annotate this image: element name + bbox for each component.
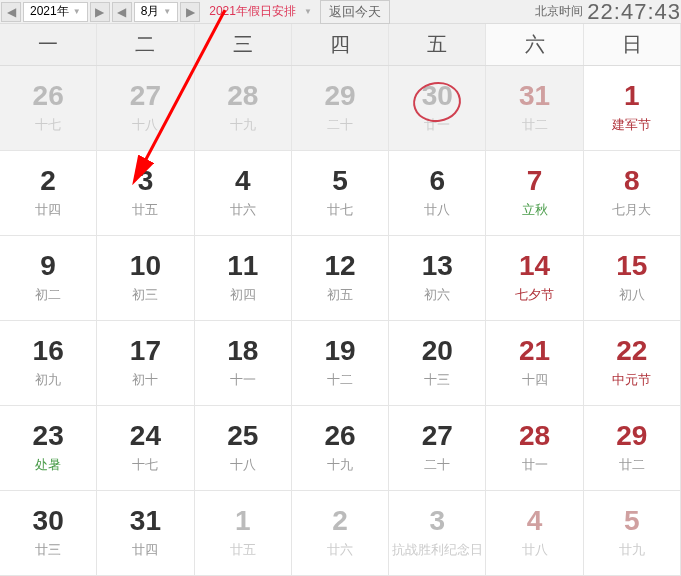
lunar-label: 二十 bbox=[327, 116, 353, 134]
dow-tue: 二 bbox=[97, 24, 194, 65]
calendar-cell[interactable]: 7立秋 bbox=[486, 151, 583, 235]
holiday-schedule-link[interactable]: 2021年假日安排 bbox=[201, 3, 304, 20]
calendar-cell[interactable]: 29二十 bbox=[292, 66, 389, 150]
dow-mon: 一 bbox=[0, 24, 97, 65]
calendar-cell[interactable]: 23处暑 bbox=[0, 406, 97, 490]
calendar-cell[interactable]: 30廿一 bbox=[389, 66, 486, 150]
lunar-label: 初九 bbox=[35, 371, 61, 389]
calendar-grid: 26十七27十八28十九29二十30廿一31廿二1建军节2廿四3廿五4廿六5廿七… bbox=[0, 66, 681, 576]
calendar-cell[interactable]: 18十一 bbox=[195, 321, 292, 405]
prev-month-button[interactable]: ◀ bbox=[112, 2, 132, 22]
day-number: 13 bbox=[422, 252, 453, 280]
day-number: 30 bbox=[33, 507, 64, 535]
day-number: 23 bbox=[33, 422, 64, 450]
lunar-label: 中元节 bbox=[612, 371, 651, 389]
lunar-label: 立秋 bbox=[522, 201, 548, 219]
lunar-label: 初三 bbox=[132, 286, 158, 304]
calendar-cell[interactable]: 9初二 bbox=[0, 236, 97, 320]
day-number: 9 bbox=[40, 252, 56, 280]
calendar-cell[interactable]: 26十九 bbox=[292, 406, 389, 490]
calendar-cell[interactable]: 26十七 bbox=[0, 66, 97, 150]
day-number: 10 bbox=[130, 252, 161, 280]
chevron-down-icon: ▼ bbox=[163, 7, 171, 16]
calendar-cell[interactable]: 8七月大 bbox=[584, 151, 681, 235]
day-number: 22 bbox=[616, 337, 647, 365]
back-to-today-button[interactable]: 返回今天 bbox=[320, 0, 390, 24]
next-month-button[interactable]: ▶ bbox=[180, 2, 200, 22]
day-number: 31 bbox=[130, 507, 161, 535]
calendar-cell[interactable]: 31廿四 bbox=[97, 491, 194, 575]
lunar-label: 廿二 bbox=[522, 116, 548, 134]
day-number: 7 bbox=[527, 167, 543, 195]
calendar-cell[interactable]: 3廿五 bbox=[97, 151, 194, 235]
year-selector[interactable]: 2021年 ▼ bbox=[23, 2, 88, 22]
lunar-label: 廿四 bbox=[132, 541, 158, 559]
calendar-row: 9初二10初三11初四12初五13初六14七夕节15初八 bbox=[0, 236, 681, 321]
calendar-cell[interactable]: 13初六 bbox=[389, 236, 486, 320]
lunar-label: 廿七 bbox=[327, 201, 353, 219]
calendar-cell[interactable]: 14七夕节 bbox=[486, 236, 583, 320]
calendar-cell[interactable]: 2廿六 bbox=[292, 491, 389, 575]
day-number: 27 bbox=[130, 82, 161, 110]
calendar-cell[interactable]: 31廿二 bbox=[486, 66, 583, 150]
calendar-cell[interactable]: 28廿一 bbox=[486, 406, 583, 490]
calendar-cell[interactable]: 25十八 bbox=[195, 406, 292, 490]
day-number: 29 bbox=[324, 82, 355, 110]
calendar-cell[interactable]: 3抗战胜利纪念日 bbox=[389, 491, 486, 575]
calendar-row: 26十七27十八28十九29二十30廿一31廿二1建军节 bbox=[0, 66, 681, 151]
lunar-label: 十七 bbox=[132, 456, 158, 474]
lunar-label: 七月大 bbox=[612, 201, 651, 219]
calendar-cell[interactable]: 6廿八 bbox=[389, 151, 486, 235]
calendar-cell[interactable]: 15初八 bbox=[584, 236, 681, 320]
calendar-cell[interactable]: 24十七 bbox=[97, 406, 194, 490]
day-number: 16 bbox=[33, 337, 64, 365]
calendar-cell[interactable]: 10初三 bbox=[97, 236, 194, 320]
calendar-cell[interactable]: 27十八 bbox=[97, 66, 194, 150]
calendar-cell[interactable]: 11初四 bbox=[195, 236, 292, 320]
dow-thu: 四 bbox=[292, 24, 389, 65]
calendar-cell[interactable]: 22中元节 bbox=[584, 321, 681, 405]
day-number: 12 bbox=[324, 252, 355, 280]
calendar-cell[interactable]: 12初五 bbox=[292, 236, 389, 320]
lunar-label: 廿二 bbox=[619, 456, 645, 474]
prev-year-button[interactable]: ◀ bbox=[1, 2, 21, 22]
dow-sun: 日 bbox=[584, 24, 681, 65]
calendar-cell[interactable]: 27二十 bbox=[389, 406, 486, 490]
calendar-cell[interactable]: 5廿七 bbox=[292, 151, 389, 235]
calendar-cell[interactable]: 5廿九 bbox=[584, 491, 681, 575]
calendar-cell[interactable]: 20十三 bbox=[389, 321, 486, 405]
calendar-row: 2廿四3廿五4廿六5廿七6廿八7立秋8七月大 bbox=[0, 151, 681, 236]
calendar-cell[interactable]: 19十二 bbox=[292, 321, 389, 405]
calendar-cell[interactable]: 4廿六 bbox=[195, 151, 292, 235]
day-number: 24 bbox=[130, 422, 161, 450]
day-number: 20 bbox=[422, 337, 453, 365]
lunar-label: 处暑 bbox=[35, 456, 61, 474]
lunar-label: 廿六 bbox=[230, 201, 256, 219]
next-year-button[interactable]: ▶ bbox=[90, 2, 110, 22]
calendar-cell[interactable]: 28十九 bbox=[195, 66, 292, 150]
lunar-label: 廿八 bbox=[424, 201, 450, 219]
day-number: 21 bbox=[519, 337, 550, 365]
lunar-label: 廿九 bbox=[619, 541, 645, 559]
calendar-cell[interactable]: 2廿四 bbox=[0, 151, 97, 235]
day-number: 29 bbox=[616, 422, 647, 450]
lunar-label: 十七 bbox=[35, 116, 61, 134]
day-number: 26 bbox=[33, 82, 64, 110]
month-selector[interactable]: 8月 ▼ bbox=[134, 2, 179, 22]
calendar-cell[interactable]: 16初九 bbox=[0, 321, 97, 405]
day-of-week-header: 一 二 三 四 五 六 日 bbox=[0, 24, 681, 66]
day-number: 26 bbox=[324, 422, 355, 450]
lunar-label: 十二 bbox=[327, 371, 353, 389]
calendar-cell[interactable]: 17初十 bbox=[97, 321, 194, 405]
lunar-label: 建军节 bbox=[612, 116, 651, 134]
day-number: 11 bbox=[227, 252, 258, 280]
calendar-cell[interactable]: 30廿三 bbox=[0, 491, 97, 575]
calendar-cell[interactable]: 4廿八 bbox=[486, 491, 583, 575]
calendar-cell[interactable]: 1建军节 bbox=[584, 66, 681, 150]
calendar-cell[interactable]: 21十四 bbox=[486, 321, 583, 405]
lunar-label: 十一 bbox=[230, 371, 256, 389]
day-number: 18 bbox=[227, 337, 258, 365]
calendar-cell[interactable]: 1廿五 bbox=[195, 491, 292, 575]
calendar-cell[interactable]: 29廿二 bbox=[584, 406, 681, 490]
lunar-label: 廿一 bbox=[522, 456, 548, 474]
